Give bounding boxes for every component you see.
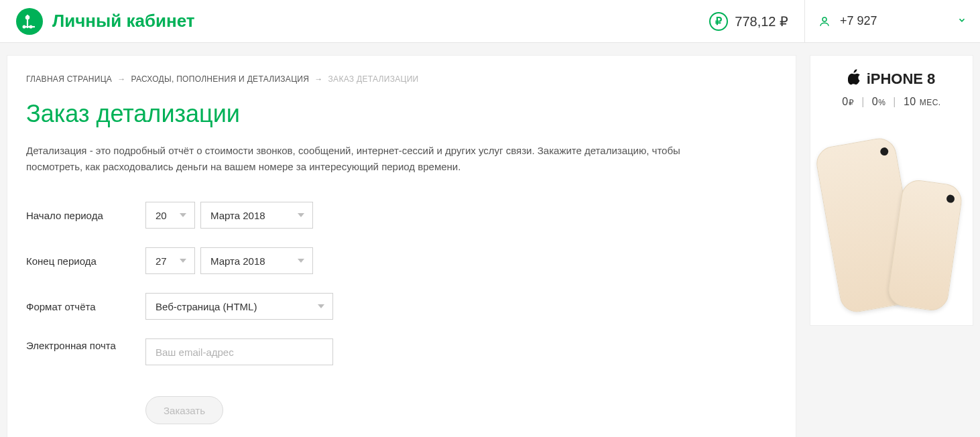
app-title: Личный кабинет: [52, 11, 195, 32]
row-format: Формат отчёта Веб-страница (HTML): [26, 293, 777, 320]
svg-point-3: [23, 25, 25, 27]
select-value: Веб-страница (HTML): [156, 301, 257, 312]
ad-banner[interactable]: iPHONE 8 0₽ | 0% | 10 МЕС.: [810, 55, 973, 326]
account-phone: +7 927: [840, 14, 877, 28]
main-card: ГЛАВНАЯ СТРАНИЦА → РАСХОДЫ, ПОПОЛНЕНИЯ И…: [7, 55, 796, 437]
breadcrumb-current: ЗАКАЗ ДЕТАЛИЗАЦИИ: [328, 74, 419, 84]
select-value: Марта 2018: [210, 210, 265, 221]
chevron-down-icon: [180, 213, 186, 217]
app-header: Личный кабинет ₽ 778,12 ₽ +7 927: [0, 0, 980, 43]
logo[interactable]: Личный кабинет: [0, 8, 195, 35]
arrow-right-icon: →: [117, 74, 125, 84]
ad-subtitle: 0₽ | 0% | 10 МЕС.: [842, 96, 940, 108]
label-email: Электронная почта: [26, 338, 145, 353]
chevron-down-icon: [957, 15, 967, 27]
label-end-period: Конец периода: [26, 255, 145, 267]
label-start-period: Начало периода: [26, 210, 145, 221]
select-value: 27: [156, 255, 167, 267]
chevron-down-icon: [180, 259, 186, 263]
svg-point-5: [822, 17, 826, 21]
svg-point-1: [26, 15, 29, 18]
apple-icon: [848, 69, 861, 89]
row-email: Электронная почта: [26, 338, 777, 365]
svg-point-4: [30, 25, 32, 27]
select-format[interactable]: Веб-страница (HTML): [145, 293, 333, 320]
submit-button[interactable]: Заказать: [145, 396, 223, 424]
ad-title: iPHONE 8: [848, 69, 936, 89]
chevron-down-icon: [298, 213, 304, 217]
logo-icon: [16, 8, 43, 35]
ruble-icon: ₽: [709, 12, 728, 31]
balance-display[interactable]: ₽ 778,12 ₽: [709, 12, 804, 31]
chevron-down-icon: [298, 259, 304, 263]
label-format: Формат отчёта: [26, 301, 145, 312]
ad-image: [820, 121, 963, 309]
select-start-month[interactable]: Марта 2018: [200, 202, 313, 229]
chevron-down-icon: [318, 304, 324, 308]
ad-title-text: iPHONE 8: [867, 70, 936, 88]
breadcrumb-section[interactable]: РАСХОДЫ, ПОПОЛНЕНИЯ И ДЕТАЛИЗАЦИЯ: [131, 74, 309, 84]
select-end-day[interactable]: 27: [145, 247, 195, 274]
arrow-right-icon: →: [314, 74, 322, 84]
select-start-day[interactable]: 20: [145, 202, 195, 229]
page-title: Заказ детализации: [26, 100, 777, 128]
page-description: Детализация - это подробный отчёт о стои…: [26, 143, 737, 175]
select-value: Марта 2018: [210, 255, 265, 267]
row-end-period: Конец периода 27 Марта 2018: [26, 247, 777, 274]
breadcrumb: ГЛАВНАЯ СТРАНИЦА → РАСХОДЫ, ПОПОЛНЕНИЯ И…: [26, 74, 777, 84]
email-field[interactable]: [145, 338, 333, 365]
row-start-period: Начало периода 20 Марта 2018: [26, 202, 777, 229]
account-selector[interactable]: +7 927: [804, 0, 980, 42]
person-icon: [818, 15, 831, 27]
breadcrumb-home[interactable]: ГЛАВНАЯ СТРАНИЦА: [26, 74, 112, 84]
select-value: 20: [156, 210, 167, 221]
balance-value: 778,12 ₽: [735, 13, 788, 29]
select-end-month[interactable]: Марта 2018: [200, 247, 313, 274]
